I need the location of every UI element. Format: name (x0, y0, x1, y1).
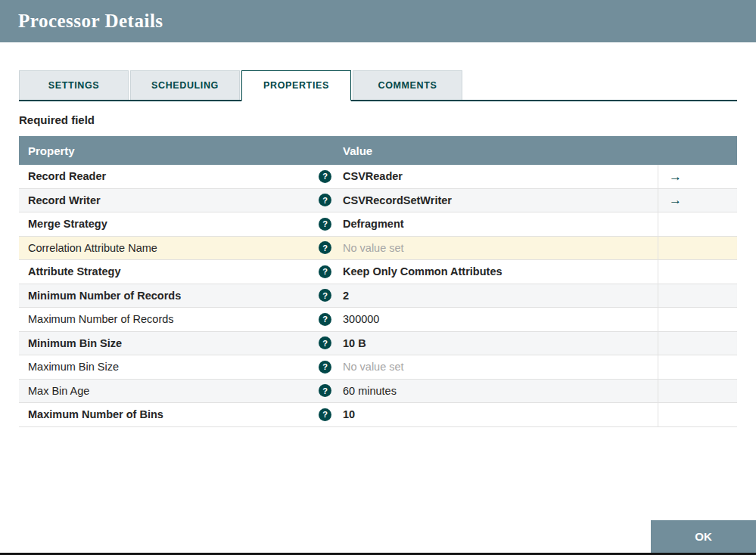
go-to-cell (658, 403, 737, 426)
tab-bar: SETTINGS SCHEDULING PROPERTIES COMMENTS (19, 70, 737, 101)
property-value: No value set (343, 242, 404, 254)
property-cell: Record Writer? (19, 189, 337, 212)
table-row[interactable]: Record Reader?CSVReader→ (19, 165, 737, 189)
table-row[interactable]: Max Bin Age?60 minutes (19, 380, 737, 404)
go-to-cell: → (658, 165, 737, 188)
help-icon[interactable]: ? (319, 384, 331, 397)
table-row[interactable]: Record Writer?CSVRecordSetWriter→ (19, 189, 737, 213)
table-body: Record Reader?CSVReader→Record Writer?CS… (19, 165, 737, 427)
value-cell[interactable]: No value set (337, 355, 658, 379)
property-value: 10 (343, 408, 355, 420)
go-to-service-icon[interactable]: → (669, 170, 682, 183)
property-cell: Minimum Number of Records? (19, 284, 337, 308)
property-value: CSVReader (343, 170, 403, 182)
table-row[interactable]: Maximum Number of Records?300000 (19, 308, 737, 332)
value-cell[interactable]: CSVRecordSetWriter (337, 189, 658, 212)
ok-button[interactable]: OK (651, 520, 756, 553)
properties-table: Property Value Record Reader?CSVReader→R… (19, 136, 737, 427)
value-cell[interactable]: 10 B (337, 332, 658, 355)
table-row[interactable]: Maximum Number of Bins?10 (19, 403, 737, 427)
help-icon[interactable]: ? (319, 241, 331, 254)
go-to-service-icon[interactable]: → (669, 194, 682, 206)
property-cell: Maximum Number of Records? (19, 308, 337, 331)
property-cell: Max Bin Age? (19, 380, 337, 403)
value-cell[interactable]: 60 minutes (337, 380, 658, 403)
tab-properties[interactable]: PROPERTIES (241, 70, 351, 101)
property-name: Record Reader (28, 170, 106, 182)
table-row[interactable]: Attribute Strategy?Keep Only Common Attr… (19, 260, 737, 284)
dialog-header: Processor Details (0, 0, 756, 42)
table-row[interactable]: Merge Strategy?Defragment (19, 212, 737, 237)
property-name: Maximum Bin Size (28, 361, 119, 373)
property-value: No value set (343, 361, 404, 373)
property-cell: Maximum Bin Size? (19, 355, 337, 379)
value-cell[interactable]: No value set (337, 237, 658, 260)
property-name: Record Writer (28, 194, 101, 206)
help-icon[interactable]: ? (319, 218, 331, 231)
property-value: 300000 (343, 313, 379, 325)
property-name: Maximum Number of Records (28, 313, 174, 325)
property-name: Minimum Bin Size (28, 337, 122, 349)
required-field-label: Required field (19, 113, 737, 126)
property-value: Keep Only Common Attributes (343, 265, 502, 278)
property-name: Minimum Number of Records (28, 290, 181, 302)
go-to-cell: → (658, 189, 737, 212)
table-row[interactable]: Maximum Bin Size?No value set (19, 355, 737, 380)
value-cell[interactable]: 10 (337, 403, 658, 426)
help-icon[interactable]: ? (319, 408, 331, 421)
go-to-cell (658, 380, 737, 403)
dialog-body: SETTINGS SCHEDULING PROPERTIES COMMENTS … (0, 70, 756, 427)
property-value: Defragment (343, 218, 404, 230)
go-to-cell (658, 237, 737, 260)
help-icon[interactable]: ? (319, 289, 331, 302)
value-cell[interactable]: Defragment (337, 212, 658, 236)
help-icon[interactable]: ? (319, 361, 331, 374)
go-to-cell (658, 260, 737, 284)
value-cell[interactable]: CSVReader (337, 165, 658, 188)
property-value: 60 minutes (343, 385, 397, 397)
property-name: Merge Strategy (28, 218, 107, 230)
property-name: Correlation Attribute Name (28, 242, 157, 254)
property-cell: Maximum Number of Bins? (19, 403, 337, 426)
go-to-cell (658, 332, 737, 355)
value-cell[interactable]: Keep Only Common Attributes (337, 260, 658, 284)
tab-comments[interactable]: COMMENTS (353, 70, 462, 100)
property-cell: Attribute Strategy? (19, 260, 337, 284)
property-value: CSVRecordSetWriter (343, 194, 452, 206)
help-icon[interactable]: ? (319, 313, 331, 326)
property-cell: Merge Strategy? (19, 212, 337, 236)
go-to-cell (658, 284, 737, 308)
go-to-cell (658, 355, 737, 379)
property-cell: Record Reader? (19, 165, 337, 188)
property-name: Maximum Number of Bins (28, 408, 163, 420)
tab-scheduling[interactable]: SCHEDULING (130, 70, 240, 100)
help-icon[interactable]: ? (319, 265, 331, 278)
property-name: Max Bin Age (28, 385, 89, 397)
table-row[interactable]: Minimum Number of Records?2 (19, 284, 737, 309)
go-to-cell (658, 212, 737, 236)
table-row[interactable]: Correlation Attribute Name?No value set (19, 237, 737, 261)
property-value: 2 (343, 290, 349, 302)
property-cell: Correlation Attribute Name? (19, 237, 337, 260)
table-header-row: Property Value (19, 136, 737, 165)
property-name: Attribute Strategy (28, 265, 120, 278)
column-header-value: Value (337, 144, 737, 157)
dialog-title: Processor Details (18, 11, 163, 32)
value-cell[interactable]: 2 (337, 284, 658, 308)
property-cell: Minimum Bin Size? (19, 332, 337, 355)
table-row[interactable]: Minimum Bin Size?10 B (19, 332, 737, 356)
help-icon[interactable]: ? (319, 170, 331, 183)
help-icon[interactable]: ? (319, 336, 331, 349)
go-to-cell (658, 308, 737, 331)
column-header-property: Property (19, 144, 337, 157)
tab-settings[interactable]: SETTINGS (19, 70, 129, 100)
value-cell[interactable]: 300000 (337, 308, 658, 331)
property-value: 10 B (343, 337, 366, 349)
help-icon[interactable]: ? (319, 194, 331, 206)
